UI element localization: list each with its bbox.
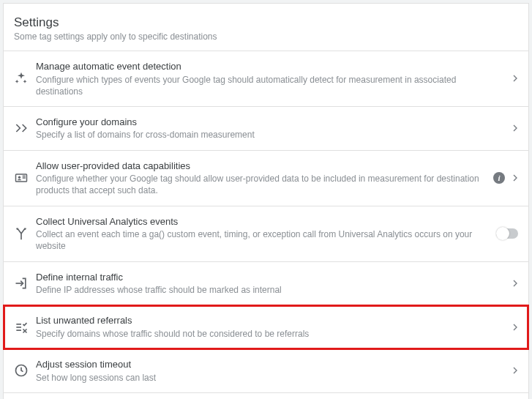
settings-header: Settings Some tag settings apply only to…	[4, 4, 528, 51]
id-card-icon	[10, 171, 33, 185]
chevron-right-icon	[509, 172, 521, 184]
split-arrows-icon	[10, 226, 33, 241]
row-title: Configure your domains	[36, 116, 505, 129]
settings-panel: Settings Some tag settings apply only to…	[3, 3, 529, 399]
row-desc: Collect an event each time a ga() custom…	[36, 228, 492, 252]
row-list-unwanted-referrals[interactable]: List unwanted referrals Specify domains …	[4, 305, 528, 349]
sparkle-icon	[10, 71, 33, 86]
row-desc: Specify a list of domains for cross-doma…	[36, 129, 505, 141]
chevron-right-icon	[509, 321, 521, 333]
chevron-right-icon	[509, 277, 521, 289]
clock-icon	[10, 363, 33, 378]
row-title: Collect Universal Analytics events	[36, 215, 492, 228]
row-title: Allow user-provided data capabilities	[36, 160, 489, 173]
row-define-internal-traffic[interactable]: Define internal traffic Define IP addres…	[4, 262, 528, 306]
row-override-cookie-settings[interactable]: Override cookie settings Change how long…	[4, 393, 528, 399]
merge-arrows-icon	[10, 121, 33, 135]
row-configure-your-domains[interactable]: Configure your domains Specify a list of…	[4, 107, 528, 151]
row-title: Define internal traffic	[36, 271, 505, 284]
row-desc: Specify domains whose traffic should not…	[36, 328, 505, 340]
incoming-arrow-icon	[10, 276, 33, 291]
row-manage-automatic-event-detection[interactable]: Manage automatic event detection Configu…	[4, 51, 528, 107]
row-allow-user-provided-data[interactable]: Allow user-provided data capabilities Co…	[4, 151, 528, 206]
chevron-right-icon	[509, 122, 521, 134]
row-title: Adjust session timeout	[36, 358, 505, 371]
row-desc: Configure whether your Google tag should…	[36, 173, 489, 196]
row-desc: Define IP addresses whose traffic should…	[36, 284, 505, 296]
row-title: List unwanted referrals	[36, 314, 505, 327]
row-desc: Set how long sessions can last	[36, 372, 505, 384]
page-title: Settings	[14, 15, 518, 30]
row-collect-universal-analytics-events[interactable]: Collect Universal Analytics events Colle…	[4, 206, 528, 262]
chevron-right-icon	[509, 72, 521, 84]
row-desc: Configure which types of events your Goo…	[36, 74, 505, 97]
row-title: Manage automatic event detection	[36, 60, 505, 73]
chevron-right-icon	[509, 365, 521, 376]
info-icon[interactable]: i	[493, 172, 505, 184]
row-adjust-session-timeout[interactable]: Adjust session timeout Set how long sess…	[4, 349, 528, 393]
checklist-icon	[10, 320, 33, 335]
page-subtitle: Some tag settings apply only to specific…	[14, 31, 518, 42]
svg-point-1	[18, 176, 20, 179]
ua-events-toggle[interactable]	[496, 228, 518, 239]
